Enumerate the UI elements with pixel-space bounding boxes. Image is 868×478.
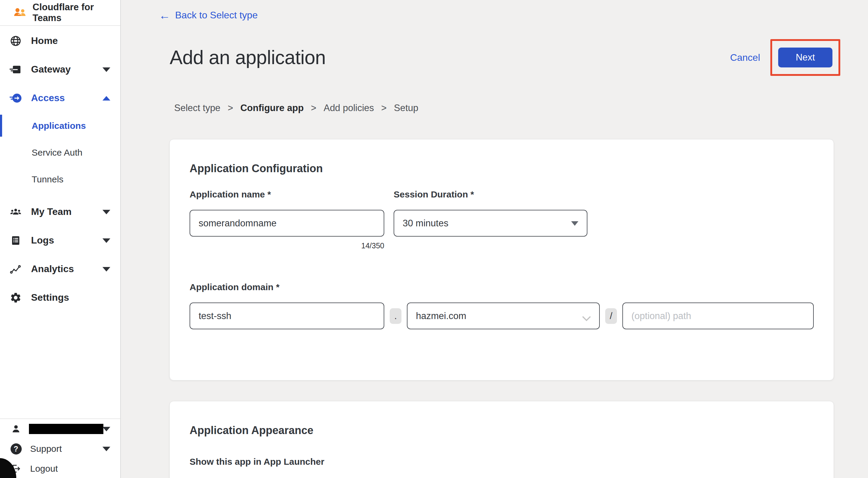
sidebar-item-label: Logs xyxy=(31,235,54,246)
brand-name: Cloudflare for Teams xyxy=(33,2,120,24)
application-name-input[interactable] xyxy=(190,210,384,237)
card-title: Application Configuration xyxy=(190,162,814,175)
sidebar-item-logs[interactable]: Logs xyxy=(0,226,120,254)
breadcrumb-step-configure-app[interactable]: Configure app xyxy=(240,103,304,113)
app-launcher-label: Show this app in App Launcher xyxy=(190,457,814,467)
sidebar-item-label: My Team xyxy=(31,206,72,217)
back-arrow-icon: ← xyxy=(159,10,170,20)
breadcrumb: Select type > Configure app > Add polici… xyxy=(121,103,868,113)
sidebar-item-label: Gateway xyxy=(31,64,71,75)
support-menu[interactable]: ? Support xyxy=(0,439,120,459)
breadcrumb-separator: > xyxy=(311,103,316,113)
sidebar-item-label: Home xyxy=(31,35,58,46)
chevron-down-icon xyxy=(102,267,110,272)
back-to-select-type-link[interactable]: ← Back to Select type xyxy=(159,10,258,21)
path-input[interactable] xyxy=(622,303,814,329)
person-icon xyxy=(10,423,22,435)
sidebar-item-service-auth[interactable]: Service Auth xyxy=(0,139,120,166)
application-domain-row: . hazmei.com / xyxy=(190,303,814,329)
chevron-down-icon xyxy=(102,238,110,243)
sidebar-item-my-team[interactable]: My Team xyxy=(0,198,120,226)
redacted-account-name xyxy=(29,424,103,434)
session-duration-value: 30 minutes xyxy=(403,218,448,229)
application-appearance-card: Application Appearance Show this app in … xyxy=(169,401,834,478)
sidebar-item-label: Tunnels xyxy=(32,174,64,184)
back-row: ← Back to Select type xyxy=(121,0,868,21)
domain-value: hazmei.com xyxy=(416,311,466,321)
sidebar-item-label: Applications xyxy=(32,121,86,131)
character-counter: 14/350 xyxy=(190,241,384,250)
application-domain-section: Application domain * . hazmei.com / xyxy=(190,282,814,329)
chevron-down-icon xyxy=(102,447,110,451)
subdomain-input[interactable] xyxy=(190,303,384,329)
application-domain-label: Application domain * xyxy=(190,282,814,292)
domain-select[interactable]: hazmei.com xyxy=(407,303,600,329)
sidebar-nav: Home Gateway xyxy=(0,26,120,312)
sidebar-item-tunnels[interactable]: Tunnels xyxy=(0,166,120,193)
breadcrumb-separator: > xyxy=(227,103,233,113)
sidebar-item-analytics[interactable]: Analytics xyxy=(0,254,120,283)
cancel-button[interactable]: Cancel xyxy=(730,52,760,63)
logout-label: Logout xyxy=(30,464,58,474)
cloudflare-teams-logo-icon xyxy=(13,7,28,19)
session-duration-label: Session Duration * xyxy=(394,189,587,200)
question-circle-icon: ? xyxy=(10,443,22,455)
application-name-label: Application name * xyxy=(190,189,384,200)
chevron-down-icon xyxy=(102,67,110,72)
next-button[interactable]: Next xyxy=(778,47,832,67)
breadcrumb-step-select-type[interactable]: Select type xyxy=(174,103,220,113)
dot-separator-badge: . xyxy=(390,308,401,324)
dropdown-triangle-icon xyxy=(571,221,578,226)
sidebar-item-settings[interactable]: Settings xyxy=(0,283,120,312)
main-content: ← Back to Select type Add an application… xyxy=(121,0,868,478)
gateway-icon xyxy=(9,63,22,76)
chevron-down-icon xyxy=(102,427,110,431)
chevron-up-icon xyxy=(102,96,110,101)
globe-icon xyxy=(9,34,22,47)
sidebar-item-applications[interactable]: Applications xyxy=(0,112,120,139)
sidebar-item-home[interactable]: Home xyxy=(0,27,120,55)
user-account-menu[interactable] xyxy=(0,419,120,439)
people-group-icon xyxy=(9,205,22,218)
cards-container: Application Configuration Application na… xyxy=(121,139,868,478)
page-title: Add an application xyxy=(170,46,326,69)
breadcrumb-step-setup[interactable]: Setup xyxy=(394,103,418,113)
sidebar: Cloudflare for Teams Home xyxy=(0,0,121,478)
breadcrumb-step-add-policies[interactable]: Add policies xyxy=(324,103,374,113)
name-duration-row: Application name * 14/350 Session Durati… xyxy=(190,189,814,250)
breadcrumb-separator: > xyxy=(381,103,387,113)
application-configuration-card: Application Configuration Application na… xyxy=(169,139,834,380)
support-label: Support xyxy=(30,444,62,454)
logout-button[interactable]: Logout xyxy=(0,459,120,478)
chevron-down-icon xyxy=(582,313,591,324)
sidebar-item-label: Access xyxy=(31,93,65,104)
gear-icon xyxy=(9,291,22,304)
sidebar-item-gateway[interactable]: Gateway xyxy=(0,55,120,84)
session-duration-select[interactable]: 30 minutes xyxy=(394,210,587,237)
slash-separator-badge: / xyxy=(605,308,617,324)
header-actions: Cancel Next xyxy=(730,39,840,76)
sidebar-header: Cloudflare for Teams xyxy=(0,0,120,26)
title-row: Add an application Cancel Next xyxy=(121,39,868,76)
sidebar-item-label: Service Auth xyxy=(32,147,82,158)
sidebar-footer: ? Support Logout xyxy=(0,418,120,478)
active-indicator xyxy=(0,115,2,137)
document-list-icon xyxy=(9,234,22,247)
chevron-down-icon xyxy=(102,210,110,214)
access-icon xyxy=(9,92,22,105)
card-title: Application Appearance xyxy=(190,424,814,437)
line-chart-icon xyxy=(9,263,22,276)
sidebar-item-label: Analytics xyxy=(31,263,74,275)
sidebar-item-label: Settings xyxy=(31,292,69,303)
sidebar-item-access[interactable]: Access xyxy=(0,84,120,112)
back-link-label: Back to Select type xyxy=(175,10,258,21)
annotation-highlight-box: Next xyxy=(770,39,840,76)
